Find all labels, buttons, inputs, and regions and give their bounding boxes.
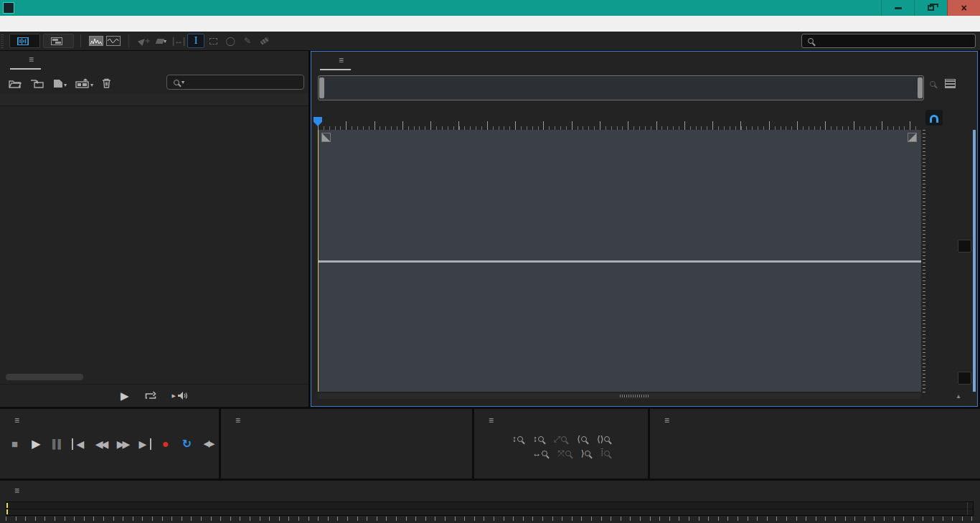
waveform-view-button[interactable] — [9, 34, 40, 48]
clip-indicator-right[interactable] — [967, 509, 973, 515]
top-left-fade-handle[interactable] — [321, 133, 331, 142]
waveform-display-button[interactable] — [88, 34, 105, 48]
minimize-button[interactable] — [881, 0, 914, 16]
snap-toggle-button[interactable] — [925, 110, 943, 126]
spot-healing-brush-tool[interactable] — [256, 34, 273, 48]
slip-tool[interactable]: ▾ — [153, 34, 170, 48]
import-file-button[interactable] — [30, 79, 44, 88]
tab-files[interactable]: ≡ — [10, 51, 41, 70]
preview-loop-button[interactable] — [145, 391, 156, 400]
loop-playback-button[interactable]: ↻ — [179, 437, 194, 451]
auto-play-button[interactable]: ▶ — [172, 391, 188, 400]
zoom-to-selection-button[interactable]: ⟨⟩ — [597, 434, 610, 444]
multitrack-view-button[interactable] — [43, 34, 74, 48]
time-panel: ≡ — [221, 409, 472, 479]
display-options-icon[interactable] — [945, 79, 956, 88]
zoom-in-time-button[interactable]: ↔ — [532, 448, 547, 458]
files-search-icon — [174, 80, 179, 85]
db-ticks — [923, 263, 925, 393]
skip-selection-button[interactable]: ◀|▶ — [201, 439, 216, 448]
spectral-display-button[interactable] — [105, 34, 122, 48]
search-help-box[interactable] — [801, 34, 976, 48]
waveform-display[interactable] — [318, 130, 921, 392]
editor-panel: ≡ ▲ — [311, 51, 978, 407]
tab-effects-rack[interactable] — [48, 51, 62, 70]
panel-menu-icon[interactable]: ≡ — [339, 55, 344, 65]
meter-scale-ticks — [6, 517, 974, 521]
zoom-out-amplitude-button[interactable]: ↕ — [533, 434, 544, 444]
marquee-selection-tool[interactable] — [204, 34, 222, 48]
levels-panel: ≡ — [0, 481, 980, 523]
scrollbar-grip-dots — [620, 395, 649, 397]
search-options-caret[interactable]: ▾ — [182, 79, 184, 85]
move-to-next-button[interactable]: ▶ — [136, 438, 151, 450]
panel-menu-icon[interactable]: ≡ — [14, 486, 19, 496]
lasso-selection-tool[interactable]: ◯ — [222, 34, 239, 48]
preview-play-button[interactable]: ▶ — [121, 390, 129, 402]
panel-menu-icon[interactable]: ≡ — [489, 415, 494, 425]
panel-menu-icon[interactable]: ≡ — [664, 415, 669, 425]
panel-menu-icon[interactable]: ≡ — [29, 55, 34, 65]
move-tool[interactable]: ▶✛ — [136, 34, 153, 48]
left-channel-button[interactable] — [958, 240, 971, 253]
new-file-icon — [53, 79, 63, 88]
overview-left-handle[interactable] — [319, 77, 324, 98]
ibeam-tool[interactable]: I — [187, 34, 204, 48]
time-selection-tool[interactable]: |↔| — [170, 34, 187, 48]
overview-right-handle[interactable] — [918, 77, 923, 98]
zoom-out-time-button[interactable]: ⤧ — [557, 448, 571, 458]
insert-into-multitrack-button[interactable]: ▾ — [75, 78, 93, 88]
overview-waveform[interactable] — [319, 76, 924, 100]
paintbrush-tool[interactable]: ✎ — [239, 34, 256, 48]
selection-view-panel: ≡ — [650, 409, 980, 479]
menu-bar — [0, 16, 980, 32]
timeline-ruler[interactable] — [318, 111, 921, 130]
minimize-icon — [895, 7, 902, 9]
delete-button[interactable] — [102, 78, 111, 88]
scroll-up-arrow[interactable]: ▲ — [956, 393, 961, 400]
record-button[interactable]: ● — [158, 438, 173, 451]
zoom-in-at-in-point-button[interactable]: ⟨ — [577, 434, 587, 444]
toolbar-separator — [80, 34, 81, 47]
vertical-scrollbar[interactable] — [973, 130, 976, 392]
panel-menu-icon[interactable]: ≡ — [14, 415, 19, 425]
zoom-in-at-out-point-button[interactable]: ⟩ — [581, 448, 591, 458]
tab-mixer[interactable] — [368, 52, 382, 70]
rewind-button[interactable]: ◀◀ — [93, 438, 108, 450]
fast-forward-button[interactable]: ▶▶ — [115, 438, 130, 450]
level-meter[interactable] — [6, 501, 974, 516]
pause-button[interactable]: ▌▌ — [50, 439, 65, 449]
files-name-column-header[interactable] — [0, 94, 308, 106]
files-panel-tabs: ≡ — [0, 51, 308, 70]
zoom-navigate-icon[interactable] — [930, 81, 936, 87]
panel-menu-icon[interactable]: ≡ — [235, 415, 240, 425]
files-search-input[interactable]: ▾ — [166, 75, 304, 90]
restore-button[interactable] — [914, 0, 947, 16]
tab-editor[interactable]: ≡ — [320, 52, 351, 70]
zoom-to-in-out-button[interactable]: Ī — [600, 448, 609, 458]
stop-button[interactable]: ■ — [7, 438, 22, 450]
zoom-out-full-button[interactable]: ⤢ — [554, 434, 567, 444]
import-file-icon — [30, 79, 44, 88]
right-channel-button[interactable] — [958, 372, 971, 385]
channel-divider[interactable] — [318, 260, 921, 263]
tab-favorites[interactable] — [87, 51, 101, 70]
magnet-icon — [930, 115, 938, 121]
top-right-fade-handle[interactable] — [908, 133, 917, 142]
open-file-button[interactable] — [9, 79, 22, 88]
waveform-right-channel[interactable] — [318, 263, 921, 392]
close-button[interactable]: × — [947, 0, 980, 16]
new-content-button[interactable]: ▾ — [53, 79, 67, 88]
overview-navigator[interactable] — [318, 75, 924, 100]
horizontal-scrollbar[interactable] — [318, 393, 921, 399]
play-button[interactable]: ▶ — [29, 437, 44, 451]
waveform-left-channel[interactable] — [318, 130, 921, 260]
zoom-in-amplitude-button[interactable]: ↕ — [512, 434, 523, 444]
meter-divider — [6, 509, 973, 509]
clip-indicator-left[interactable] — [967, 502, 973, 509]
move-to-previous-button[interactable]: ◀ — [72, 438, 87, 450]
files-horizontal-scrollbar[interactable] — [6, 374, 83, 380]
toolbar-grip[interactable] — [1, 34, 6, 48]
trash-icon — [102, 78, 111, 88]
spectral-display-icon — [106, 36, 121, 46]
